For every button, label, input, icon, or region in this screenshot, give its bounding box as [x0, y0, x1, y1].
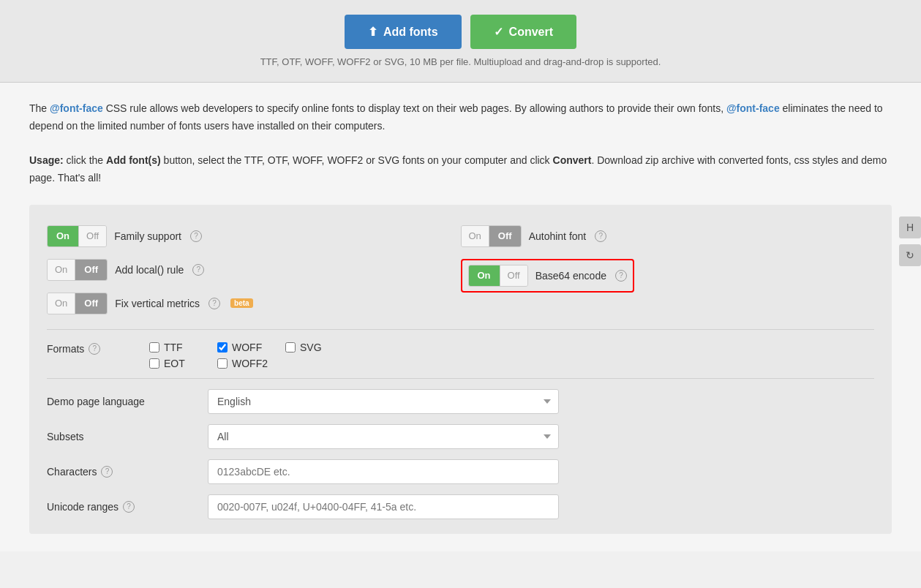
base64-row: On Off Base64 encode ?: [461, 253, 875, 298]
subtitle: TTF, OTF, WOFF, WOFF2 or SVG, 10 MB per …: [260, 56, 661, 67]
format-woff-checkbox[interactable]: [217, 342, 228, 353]
format-svg-item: SVG: [285, 342, 336, 353]
divider2: [47, 378, 874, 379]
autohint-row: On Off Autohint font ?: [461, 219, 875, 253]
subsets-label-text: Subsets: [47, 431, 84, 442]
autohint-off-btn[interactable]: Off: [489, 226, 521, 246]
format-woff-label: WOFF: [232, 342, 262, 353]
settings-grid: On Off Family support ? On Off Add local…: [47, 219, 874, 320]
refresh-icon: ↻: [906, 249, 914, 261]
characters-help-icon[interactable]: ?: [101, 466, 113, 478]
main-content: The @font-face CSS rule allows web devel…: [0, 83, 921, 551]
add-local-help-icon[interactable]: ?: [192, 264, 204, 276]
font-face-ref2: @font-face: [726, 102, 780, 114]
subsets-label: Subsets: [47, 431, 193, 442]
family-support-off-label: Off: [78, 226, 106, 246]
top-buttons: ⬆ Add fonts ✓ Convert: [345, 15, 576, 49]
convert-label: Convert: [509, 26, 553, 39]
check-icon: ✓: [494, 25, 503, 39]
autohint-toggle[interactable]: On Off: [461, 225, 522, 247]
base64-highlight-box: On Off Base64 encode ?: [461, 259, 634, 293]
formats-label: Formats ?: [47, 342, 135, 355]
base64-toggle[interactable]: On Off: [468, 265, 528, 287]
left-settings: On Off Family support ? On Off Add local…: [47, 219, 461, 320]
format-svg-label: SVG: [300, 342, 322, 353]
fix-vertical-off-btn[interactable]: Off: [75, 293, 107, 314]
autohint-on-label: On: [462, 226, 489, 246]
format-svg-checkbox[interactable]: [285, 342, 296, 353]
formats-help-icon[interactable]: ?: [89, 343, 100, 355]
add-local-off-btn[interactable]: Off: [75, 260, 107, 280]
format-ttf-label: TTF: [164, 342, 183, 353]
add-local-label: Add local() rule: [115, 264, 184, 276]
subsets-row: Subsets All: [47, 424, 874, 449]
format-ttf-item: TTF: [149, 342, 200, 353]
refresh-icon-btn[interactable]: ↻: [899, 244, 921, 266]
unicode-label-text: Unicode ranges: [47, 501, 119, 513]
save-icon-btn[interactable]: H: [899, 216, 921, 238]
base64-off-label: Off: [500, 265, 527, 286]
autohint-help-icon[interactable]: ?: [595, 230, 606, 242]
characters-input[interactable]: [208, 459, 559, 484]
demo-language-label: Demo page language: [47, 396, 193, 407]
fix-vertical-label: Fix vertical metrics: [115, 298, 200, 309]
format-eot-checkbox[interactable]: [149, 358, 159, 369]
base64-help-icon[interactable]: ?: [615, 270, 627, 282]
base64-on-btn[interactable]: On: [469, 265, 500, 286]
unicode-help-icon[interactable]: ?: [123, 501, 135, 513]
format-woff2-label: WOFF2: [232, 358, 268, 369]
characters-row: Characters ?: [47, 459, 874, 484]
fix-vertical-row: On Off Fix vertical metrics ? beta: [47, 287, 461, 320]
divider1: [47, 329, 874, 330]
add-fonts-button[interactable]: ⬆ Add fonts: [345, 15, 462, 49]
unicode-label: Unicode ranges ?: [47, 501, 193, 513]
demo-language-label-text: Demo page language: [47, 396, 145, 407]
family-support-toggle[interactable]: On Off: [47, 225, 107, 247]
format-eot-item: EOT: [149, 358, 200, 369]
characters-label-text: Characters: [47, 466, 97, 478]
convert-button[interactable]: ✓ Convert: [470, 15, 576, 49]
save-icon: H: [906, 222, 914, 233]
demo-language-row: Demo page language English: [47, 389, 874, 414]
format-woff2-checkbox[interactable]: [217, 358, 228, 369]
fix-vertical-toggle[interactable]: On Off: [47, 293, 108, 314]
font-face-ref1: @font-face: [50, 102, 103, 114]
demo-language-select[interactable]: English: [208, 389, 559, 414]
formats-checkboxes: TTF WOFF SVG EOT WOFF2: [149, 342, 336, 369]
usage-label: Usage:: [29, 154, 64, 166]
format-eot-label: EOT: [164, 358, 185, 369]
add-local-toggle[interactable]: On Off: [47, 259, 108, 281]
fix-vertical-help-icon[interactable]: ?: [208, 298, 220, 309]
convert-ref: Convert: [553, 154, 592, 166]
right-settings: On Off Autohint font ? On Off Base64 enc…: [461, 219, 875, 320]
format-woff2-item: WOFF2: [217, 358, 268, 369]
unicode-input[interactable]: [208, 494, 559, 519]
unicode-row: Unicode ranges ?: [47, 494, 874, 519]
settings-panel: On Off Family support ? On Off Add local…: [29, 205, 892, 534]
autohint-label: Autohint font: [529, 230, 587, 242]
upload-icon: ⬆: [368, 25, 377, 39]
top-bar: ⬆ Add fonts ✓ Convert TTF, OTF, WOFF, WO…: [0, 0, 921, 83]
beta-badge: beta: [230, 298, 253, 308]
family-support-on-btn[interactable]: On: [48, 226, 78, 246]
description: The @font-face CSS rule allows web devel…: [29, 100, 892, 187]
family-support-row: On Off Family support ?: [47, 219, 461, 253]
add-local-row: On Off Add local() rule ?: [47, 253, 461, 287]
formats-label-text: Formats: [47, 343, 84, 355]
fix-vertical-on-label: On: [48, 293, 75, 314]
formats-section: Formats ? TTF WOFF SVG EOT: [47, 342, 874, 369]
family-support-help-icon[interactable]: ?: [190, 230, 202, 242]
characters-label: Characters ?: [47, 466, 193, 478]
format-woff-item: WOFF: [217, 342, 268, 353]
add-fonts-ref: Add font(s): [106, 154, 161, 166]
family-support-label: Family support: [114, 230, 181, 242]
subsets-select[interactable]: All: [208, 424, 559, 449]
format-ttf-checkbox[interactable]: [149, 342, 159, 353]
add-fonts-label: Add fonts: [383, 26, 438, 39]
add-local-on-label: On: [48, 260, 75, 280]
base64-label: Base64 encode: [535, 270, 606, 282]
panel-icons: H ↻: [899, 216, 921, 266]
